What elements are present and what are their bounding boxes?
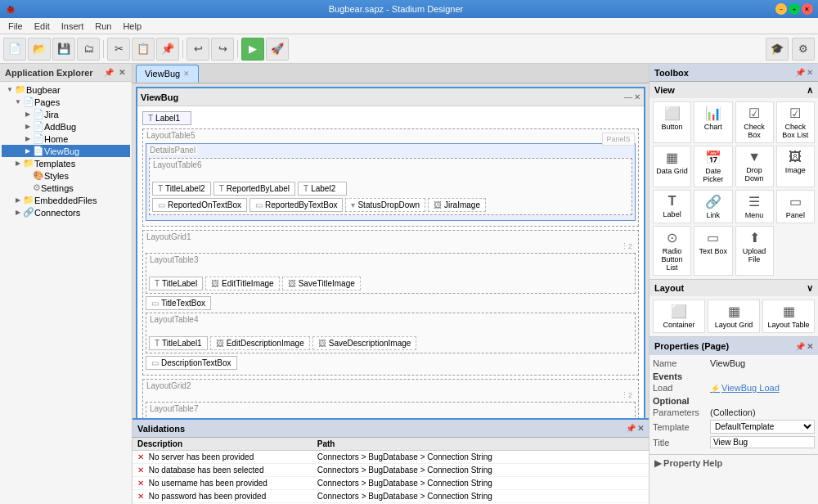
toolbox-layout-header[interactable]: Layout ∨ [649, 280, 818, 296]
toolbox-panel[interactable]: ▭ Panel [776, 190, 815, 223]
jira-image-widget[interactable]: 🖼JiraImage [428, 198, 486, 212]
open-button[interactable]: 📂 [28, 38, 51, 61]
toolbox-checkbox[interactable]: ☑ Check Box [735, 101, 774, 143]
tree-item-viewbug[interactable]: ▶ 📄 ViewBug [2, 145, 130, 157]
val-desc: ✕ No password has been provided [133, 490, 312, 503]
canvas-collapse-button[interactable]: — [624, 92, 632, 101]
save-all-button[interactable]: 🗂 [77, 38, 100, 61]
button-label: Button [662, 123, 683, 131]
redo-button[interactable]: ↪ [211, 38, 234, 61]
validation-close-button[interactable]: ✕ [637, 424, 644, 433]
tree-item-pages[interactable]: ▼ 📄 Pages [2, 96, 130, 108]
layout-table7-label: LayoutTable7 [148, 404, 200, 413]
tree-item-templates[interactable]: ▶ 📁 Templates [2, 157, 130, 169]
cut-button[interactable]: ✂ [107, 38, 130, 61]
toolbar: 📄 📂 💾 🗂 ✂ 📋 📌 ↩ ↪ ▶ 🚀 🎓 ⚙ [0, 34, 818, 64]
property-help-section[interactable]: ▶ Property Help [649, 454, 818, 472]
toolbox-label[interactable]: T Label [653, 190, 691, 223]
layout-grid1: LayoutGrid1 ⋮2 LayoutTable3 TTitleLabel … [142, 230, 639, 376]
menu-edit[interactable]: Edit [29, 20, 55, 33]
prop-title-input[interactable] [710, 436, 815, 448]
toolbox-image[interactable]: 🖼 Image [776, 146, 815, 187]
save-description-image-widget[interactable]: 🖼SaveDescriptionImage [312, 336, 417, 350]
description-textbox-widget[interactable]: ▭DescriptionTextBox [146, 356, 237, 370]
copy-button[interactable]: 📋 [132, 38, 155, 61]
prop-template-select[interactable]: DefaultTemplate [710, 420, 815, 434]
toolbox-textbox[interactable]: ▭ Text Box [694, 226, 732, 276]
tree-arrow-pages: ▼ [13, 98, 23, 106]
menu-help[interactable]: Help [118, 20, 146, 33]
layout-table4: LayoutTable4 TTitleLabel1 🖼EditDescripti… [146, 313, 636, 353]
tree-item-addbug[interactable]: ▶ 📄 AddBug [2, 120, 130, 133]
canvas-close-x-button[interactable]: ✕ [634, 92, 640, 101]
props-pin-button[interactable]: 📌 [795, 342, 805, 351]
label1-component[interactable]: T Label1 [142, 111, 191, 125]
tree-item-home[interactable]: ▶ 📄 Home [2, 133, 130, 145]
tree-item-styles[interactable]: 🎨 Styles [2, 169, 130, 182]
layout-table7: LayoutTable7 TLabel4 🖼AddFilesImage [146, 402, 636, 418]
status-dropdown-widget[interactable]: ▾StatusDropDown [345, 198, 425, 212]
title-label1-widget[interactable]: TTitleLabel1 [149, 336, 208, 350]
props-close-button[interactable]: ✕ [807, 342, 813, 351]
prop-parameters-value: (Collection) [710, 407, 815, 417]
maximize-button[interactable]: ＋ [789, 3, 800, 15]
toolbox-close-button[interactable]: ✕ [807, 68, 813, 77]
tab-close-viewbug[interactable]: ✕ [183, 70, 190, 78]
reported-on-textbox-widget[interactable]: ▭ReportedOnTextBox [152, 198, 247, 212]
toolbox-dropdown[interactable]: ▼ Drop Down [735, 146, 774, 187]
tree-item-jira[interactable]: ▶ 📄 Jira [2, 108, 130, 120]
tree-item-bugbear[interactable]: ▼ 📁 Bugbear [2, 83, 130, 96]
save-title-image-widget[interactable]: 🖼SaveTitleImage [282, 277, 361, 290]
checkboxlist-label: Check Box List [779, 123, 812, 139]
title-label2-widget[interactable]: TTitleLabel2 [152, 182, 211, 196]
explorer-close-button[interactable]: ✕ [117, 67, 127, 78]
menu-file[interactable]: File [3, 20, 28, 33]
title-label-widget[interactable]: TTitleLabel [149, 277, 203, 290]
tree-item-settings[interactable]: ⚙ Settings [2, 182, 130, 194]
new-button[interactable]: 📄 [3, 38, 26, 61]
toolbox-checkboxlist[interactable]: ☑ Check Box List [776, 101, 815, 143]
reported-by-textbox-widget[interactable]: ▭ReportedByTextBox [249, 198, 343, 212]
toolbox-view-header[interactable]: View ∧ [649, 82, 818, 98]
toolbox-radiobuttonlist[interactable]: ⊙ Radio Button List [653, 226, 691, 276]
tab-viewbug[interactable]: ViewBug ✕ [136, 65, 199, 83]
reported-by-label-widget[interactable]: TReportedByLabel [213, 182, 295, 196]
edit-description-image-widget[interactable]: 🖼EditDescriptionImage [210, 336, 310, 350]
settings-icon-button[interactable]: ⚙ [792, 38, 815, 61]
toolbox-datepicker[interactable]: 📅 Date Picker [694, 146, 732, 187]
validation-row: ✕ No server has been provided Connectors… [133, 451, 649, 464]
toolbox-container[interactable]: ⬜ Container [653, 299, 705, 333]
save-button[interactable]: 💾 [52, 38, 75, 61]
edit-title-image-widget[interactable]: 🖼EditTitleImage [205, 277, 280, 290]
undo-button[interactable]: ↩ [187, 38, 209, 61]
label2-widget[interactable]: TLabel2 [298, 182, 347, 196]
label1-widget: T Label1 [142, 111, 639, 125]
title-textbox-widget[interactable]: ▭TitleTextBox [146, 296, 211, 310]
tree-item-embeddedfiles[interactable]: ▶ 📁 EmbeddedFiles [2, 194, 130, 206]
help-icon-button[interactable]: 🎓 [766, 38, 789, 61]
toolbox-menu[interactable]: ☰ Menu [735, 190, 774, 223]
explorer-pin-button[interactable]: 📌 [102, 67, 115, 78]
toolbox-layoutgrid[interactable]: ▦ Layout Grid [708, 299, 760, 333]
toolbox-datagrid[interactable]: ▦ Data Grid [653, 146, 691, 187]
close-button[interactable]: ✕ [802, 3, 813, 15]
validation-pin-button[interactable]: 📌 [626, 424, 636, 433]
toolbox-uploadfile[interactable]: ⬆ Upload File [735, 226, 774, 276]
minimize-button[interactable]: － [775, 3, 787, 15]
tree-item-connectors[interactable]: ▶ 🔗 Connectors [2, 206, 130, 218]
toolbox-layouttable[interactable]: ▦ Layout Table [762, 299, 815, 333]
validation-row: ✕ No username has been provided Connecto… [133, 477, 649, 490]
col-description: Description [133, 438, 312, 451]
deploy-button[interactable]: 🚀 [266, 38, 289, 61]
menu-insert[interactable]: Insert [56, 20, 89, 33]
toolbox-chart[interactable]: 📊 Chart [694, 101, 732, 143]
toolbox-link[interactable]: 🔗 Link [694, 190, 732, 223]
toolbox-pin-button[interactable]: 📌 [795, 68, 805, 77]
menu-run[interactable]: Run [90, 20, 116, 33]
prop-load-link[interactable]: ⚡ ViewBug Load [710, 383, 780, 393]
properties-content: Name ViewBug Events Load ⚡ ViewBug Load … [649, 355, 818, 454]
toolbox-button[interactable]: ⬜ Button [653, 101, 691, 143]
menu-label: Menu [745, 211, 764, 219]
paste-button[interactable]: 📌 [156, 38, 179, 61]
run-button[interactable]: ▶ [241, 38, 264, 61]
